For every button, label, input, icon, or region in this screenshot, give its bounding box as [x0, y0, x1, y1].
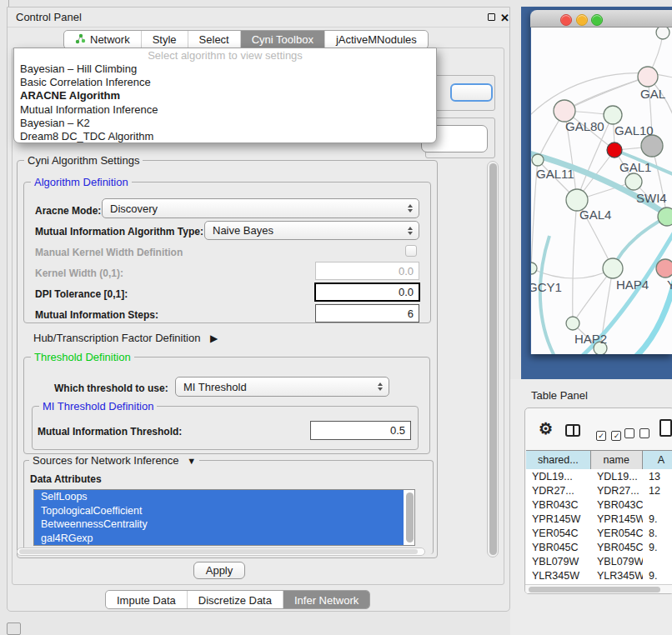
- table-row[interactable]: YBL079WYBL079W: [526, 554, 672, 568]
- settings-group-title: Cyni Algorithm Settings: [24, 154, 143, 167]
- minimized-panel-icon[interactable]: [7, 622, 21, 635]
- network-node-swi4[interactable]: [658, 208, 672, 226]
- obscured-focused-combo-fragment: [450, 83, 493, 102]
- list-scrollbar-thumb[interactable]: [406, 492, 414, 542]
- dropdown-item[interactable]: Bayesian – Hill Climbing: [14, 62, 436, 76]
- network-node-y[interactable]: [656, 259, 672, 278]
- dropdown-item[interactable]: ARACNE Algorithm: [14, 89, 436, 102]
- sources-group-title[interactable]: Sources for Network Inference ▼: [29, 454, 199, 467]
- network-node-label: GAL4: [579, 208, 611, 222]
- network-node-label: GAL: [640, 87, 665, 101]
- minimize-traffic-light[interactable]: [576, 14, 588, 26]
- network-icon: [75, 33, 90, 47]
- table-cell: 9.: [643, 570, 672, 582]
- tab-jactivemnodules[interactable]: jActiveMNodules: [325, 31, 428, 48]
- kernel-width-field[interactable]: 0.0: [315, 262, 419, 280]
- network-node[interactable]: [656, 28, 669, 39]
- table-row[interactable]: YLR345WYLR345W9.: [526, 568, 672, 582]
- table-row[interactable]: YPR145WYPR145W9.: [526, 512, 672, 526]
- network-node-gal1[interactable]: [625, 173, 642, 190]
- close-icon[interactable]: ✕: [500, 12, 509, 23]
- table-row[interactable]: YDR27...YDR27...12: [526, 483, 672, 498]
- aracne-mode-select[interactable]: Discovery: [102, 198, 419, 218]
- table-row[interactable]: YBR043CYBR043C: [526, 498, 672, 512]
- network-node-label: GAL11: [536, 167, 574, 181]
- table-cell: YBL079W: [526, 556, 591, 568]
- tab-discretize-data[interactable]: Discretize Data: [188, 591, 283, 609]
- column-header-name[interactable]: name: [591, 451, 643, 469]
- tab-select[interactable]: Select: [188, 31, 241, 48]
- dropdown-item[interactable]: Mutual Information Inference: [14, 103, 436, 117]
- table-cell: YBR043C: [591, 499, 643, 511]
- table-cell: YLR345W: [526, 570, 591, 582]
- new-table-icon[interactable]: [659, 419, 672, 437]
- table-cell: 9.: [643, 542, 672, 553]
- table-cell: 12: [643, 485, 672, 497]
- combo-arrows-icon: [408, 204, 413, 212]
- select-all-icon[interactable]: ✓ ✓: [596, 427, 621, 442]
- dropdown-item[interactable]: Bayesian – K2: [14, 117, 436, 130]
- apply-button[interactable]: Apply: [193, 562, 245, 579]
- dpi-tolerance-field[interactable]: 0.0: [314, 282, 420, 302]
- float-icon[interactable]: [488, 13, 495, 21]
- column-header-a[interactable]: A: [643, 451, 672, 469]
- network-node-gal10[interactable]: [604, 106, 622, 124]
- control-panel-title: Control Panel: [16, 11, 82, 23]
- table-cell: YPR145W: [591, 513, 643, 525]
- attribute-item[interactable]: BetweennessCentrality: [34, 518, 404, 532]
- table-cell: YBR045C: [591, 542, 643, 553]
- table-row[interactable]: YER054CYER054C8.: [526, 526, 672, 540]
- tab-cyni-toolbox[interactable]: Cyni Toolbox: [241, 31, 325, 48]
- network-node-gal11[interactable]: [532, 154, 544, 166]
- table-horizontal-scrollbar[interactable]: [525, 584, 672, 593]
- control-panel-titlebar: Control Panel: [8, 8, 509, 28]
- network-canvas[interactable]: GALGAL80GAL10GAL1GAL11GAL4SWI4GCY1HAP4YH…: [531, 28, 672, 354]
- settings-horizontal-scrollbar[interactable]: [17, 548, 425, 556]
- network-node-gal[interactable]: [638, 67, 658, 87]
- manual-kernel-checkbox[interactable]: [405, 245, 417, 257]
- tab-infer-network[interactable]: Infer Network: [283, 591, 369, 609]
- mi-type-select[interactable]: Naive Bayes: [204, 221, 419, 240]
- columns-icon[interactable]: [565, 424, 580, 437]
- table-cell: YER054C: [591, 528, 643, 539]
- settings-vertical-scrollbar[interactable]: [487, 161, 499, 558]
- attribute-item[interactable]: SelfLoops: [34, 490, 404, 504]
- table-cell: YDR27...: [526, 485, 591, 497]
- gear-icon[interactable]: ⚙: [539, 421, 553, 437]
- zoom-traffic-light[interactable]: [591, 14, 603, 26]
- network-window: GALGAL80GAL10GAL1GAL11GAL4SWI4GCY1HAP4YH…: [530, 10, 672, 354]
- network-node-gcy1[interactable]: [531, 262, 537, 274]
- bottom-tabs: Impute DataDiscretize DataInfer Network: [105, 590, 370, 609]
- deselect-all-icon[interactable]: [624, 427, 649, 442]
- expand-right-icon: ▶: [210, 332, 218, 344]
- combo-arrows-icon: [408, 227, 413, 235]
- network-node-hap4[interactable]: [603, 258, 623, 278]
- algorithm-dropdown[interactable]: Select algorithm to view settings Bayesi…: [13, 48, 437, 143]
- dropdown-item[interactable]: Dream8 DC_TDC Algorithm: [14, 130, 436, 143]
- hub-definition-expander[interactable]: Hub/Transcription Factor Definition ▶: [33, 332, 218, 344]
- network-node-label: HAP2: [574, 332, 607, 346]
- kernel-width-label: Kernel Width (0,1):: [35, 268, 123, 279]
- tab-impute-data[interactable]: Impute Data: [106, 591, 188, 609]
- mi-steps-label: Mutual Information Steps:: [35, 309, 158, 321]
- attribute-item[interactable]: TopologicalCoefficient: [34, 504, 404, 518]
- mi-steps-field[interactable]: 6: [315, 304, 419, 322]
- dropdown-prompt: Select algorithm to view settings: [14, 48, 436, 62]
- attribute-item[interactable]: gal4RGexp: [34, 532, 404, 546]
- table-row[interactable]: YBR045CYBR045C9.: [526, 540, 672, 554]
- combo-arrows-icon: [378, 382, 383, 391]
- dropdown-item[interactable]: Basic Correlation Inference: [14, 76, 436, 89]
- network-node[interactable]: [607, 142, 622, 158]
- mi-threshold-field[interactable]: 0.5: [310, 421, 411, 440]
- network-node-hap2[interactable]: [566, 317, 579, 330]
- tab-style[interactable]: Style: [142, 31, 188, 48]
- network-node[interactable]: [641, 135, 663, 157]
- which-threshold-select[interactable]: MI Threshold: [175, 377, 389, 397]
- tab-network[interactable]: Network: [64, 31, 142, 48]
- table-row[interactable]: YDL19...YDL19...13: [526, 469, 672, 483]
- data-attributes-list[interactable]: SelfLoopsTopologicalCoefficientBetweenne…: [33, 489, 415, 546]
- column-header-shared[interactable]: shared...: [526, 451, 591, 469]
- which-threshold-label: Which threshold to use:: [54, 382, 168, 394]
- close-traffic-light[interactable]: [560, 14, 572, 26]
- network-node-label: GAL1: [619, 160, 651, 174]
